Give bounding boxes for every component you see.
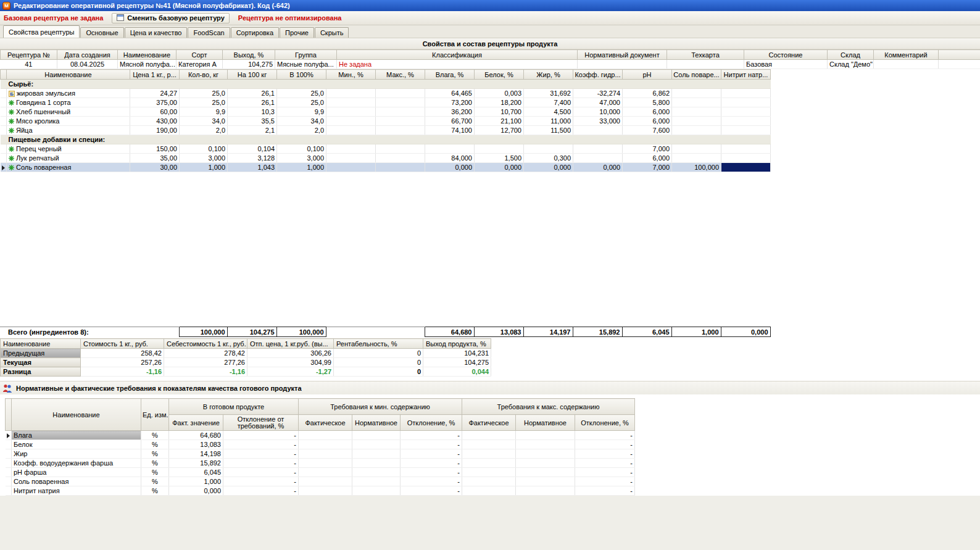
cell-qty[interactable]: 1,000: [180, 163, 228, 172]
cell-price[interactable]: 24,27: [130, 89, 180, 98]
quality-max-norm[interactable]: [516, 486, 575, 496]
props-value-normative-document[interactable]: [578, 60, 667, 69]
col-header-in100[interactable]: В 100%: [277, 70, 326, 80]
cell-min[interactable]: [326, 163, 376, 172]
quality-fact-value[interactable]: 15,892: [169, 459, 223, 468]
quality-max-deviation[interactable]: -: [575, 449, 635, 459]
cell-fat[interactable]: 0,000: [524, 163, 573, 172]
props-header-grade[interactable]: Сорт: [176, 50, 223, 60]
cost-header-profitability[interactable]: Рентабельность, %: [334, 339, 423, 349]
cell-min[interactable]: [326, 107, 376, 117]
cell-in100[interactable]: 0,100: [277, 144, 326, 154]
quality-fact-value[interactable]: 1,000: [169, 477, 223, 486]
cost-value-cost-1kg[interactable]: -1,16: [81, 367, 164, 377]
quality-max-deviation[interactable]: -: [575, 459, 635, 468]
cell-nitrite[interactable]: [721, 107, 771, 117]
cell-max[interactable]: [376, 163, 425, 172]
cost-value-selling-price-1kg[interactable]: 304,99: [247, 358, 334, 367]
cell-qty[interactable]: 0,100: [180, 144, 228, 154]
cell-nitrite[interactable]: [721, 163, 771, 172]
cell-in100[interactable]: 9,9: [277, 107, 326, 117]
col-header-max[interactable]: Макс., %: [376, 70, 425, 80]
quality-max-fact[interactable]: [462, 459, 516, 468]
quality-header-name[interactable]: Наименование: [12, 399, 141, 431]
cell-moisture[interactable]: 36,200: [425, 107, 475, 117]
quality-name[interactable]: pH фарша: [12, 468, 141, 477]
quality-unit[interactable]: %: [141, 431, 169, 440]
quality-min-fact[interactable]: [299, 486, 352, 496]
cell-nitrite[interactable]: [721, 117, 771, 126]
cell-ph[interactable]: 6,000: [623, 117, 672, 126]
ingredient-name-cell[interactable]: Лук репчатый: [7, 154, 130, 163]
ingredient-row[interactable]: Говядина 1 сорта375,0025,026,125,073,200…: [1, 98, 771, 107]
cell-salt[interactable]: 100,000: [672, 163, 721, 172]
cell-price[interactable]: 430,00: [130, 117, 180, 126]
cost-value-selling-price-1kg[interactable]: 306,26: [247, 349, 334, 358]
cell-protein[interactable]: 21,100: [475, 117, 524, 126]
props-header-recipe-number[interactable]: Рецептура №: [1, 50, 57, 60]
tab-recipe-properties[interactable]: Свойства рецептуры: [3, 25, 80, 38]
cell-qty[interactable]: 3,000: [180, 154, 228, 163]
cell-moisture[interactable]: 73,200: [425, 98, 475, 107]
quality-header-min-deviation[interactable]: Отклонение, %: [401, 415, 462, 431]
tab-main[interactable]: Основные: [80, 27, 123, 38]
quality-header-max-fact[interactable]: Фактическое: [462, 415, 516, 431]
cell-per100[interactable]: 10,3: [228, 107, 277, 117]
cell-per100[interactable]: 35,5: [228, 117, 277, 126]
cell-qty[interactable]: 25,0: [180, 98, 228, 107]
props-value-grade[interactable]: Категория А: [176, 60, 223, 69]
cell-coeff[interactable]: [573, 126, 623, 135]
cost-header-prime-cost-1kg[interactable]: Себестоимость 1 кг., руб.: [164, 339, 247, 349]
cell-moisture[interactable]: [425, 144, 475, 154]
cell-moisture[interactable]: 74,100: [425, 126, 475, 135]
cell-min[interactable]: [326, 144, 376, 154]
cell-fat[interactable]: 11,000: [524, 117, 573, 126]
cell-per100[interactable]: 0,104: [228, 144, 277, 154]
cell-fat[interactable]: 31,692: [524, 89, 573, 98]
cell-salt[interactable]: [672, 154, 721, 163]
cost-header-product-yield[interactable]: Выход продукта, %: [423, 339, 491, 349]
quality-unit[interactable]: %: [141, 440, 169, 449]
quality-name[interactable]: Белок: [12, 440, 141, 449]
cell-protein[interactable]: 1,500: [475, 154, 524, 163]
cost-value-product-yield[interactable]: 104,231: [423, 349, 491, 358]
cell-per100[interactable]: 3,128: [228, 154, 277, 163]
ingredient-name-cell[interactable]: Хлеб пшеничный: [7, 107, 130, 117]
cell-price[interactable]: 375,00: [130, 98, 180, 107]
cell-max[interactable]: [376, 107, 425, 117]
props-header-classification[interactable]: Классификация: [337, 50, 578, 60]
props-value-state[interactable]: Базовая: [744, 60, 828, 69]
cell-protein[interactable]: 0,000: [475, 163, 524, 172]
quality-max-fact[interactable]: [462, 440, 516, 449]
col-header-per100[interactable]: На 100 кг: [228, 70, 277, 80]
quality-max-norm[interactable]: [516, 431, 575, 440]
props-header-comment[interactable]: Комментарий: [874, 50, 939, 60]
quality-min-deviation[interactable]: -: [401, 449, 462, 459]
quality-row[interactable]: Белок%13,083---: [6, 440, 635, 449]
cell-ph[interactable]: 7,000: [623, 144, 672, 154]
col-header-coeff[interactable]: Коэфф. гидр...: [573, 70, 623, 80]
col-header-fat[interactable]: Жир, %: [524, 70, 573, 80]
cell-per100[interactable]: 2,1: [228, 126, 277, 135]
quality-min-fact[interactable]: [299, 477, 352, 486]
cell-min[interactable]: [326, 126, 376, 135]
quality-max-deviation[interactable]: -: [575, 468, 635, 477]
cell-protein[interactable]: 18,200: [475, 98, 524, 107]
quality-min-fact[interactable]: [299, 449, 352, 459]
props-value-recipe-number[interactable]: 41: [1, 60, 57, 69]
quality-name[interactable]: Соль поваренная: [12, 477, 141, 486]
cell-in100[interactable]: 25,0: [277, 98, 326, 107]
cost-header-name[interactable]: Наименование: [1, 339, 81, 349]
quality-max-norm[interactable]: [516, 468, 575, 477]
quality-header-deviation-req[interactable]: Отклонение от требований, %: [223, 415, 299, 431]
quality-deviation-req[interactable]: -: [223, 431, 299, 440]
cell-ph[interactable]: 6,000: [623, 154, 672, 163]
tab-sorting[interactable]: Сортировка: [231, 27, 279, 38]
quality-row[interactable]: Нитрит натрия%0,000---: [6, 486, 635, 496]
cell-salt[interactable]: [672, 98, 721, 107]
col-header-salt[interactable]: Соль поваре...: [672, 70, 721, 80]
props-value-classification[interactable]: Не задана: [337, 60, 578, 69]
cell-max[interactable]: [376, 154, 425, 163]
cell-coeff[interactable]: 10,000: [573, 107, 623, 117]
cell-moisture[interactable]: 84,000: [425, 154, 475, 163]
